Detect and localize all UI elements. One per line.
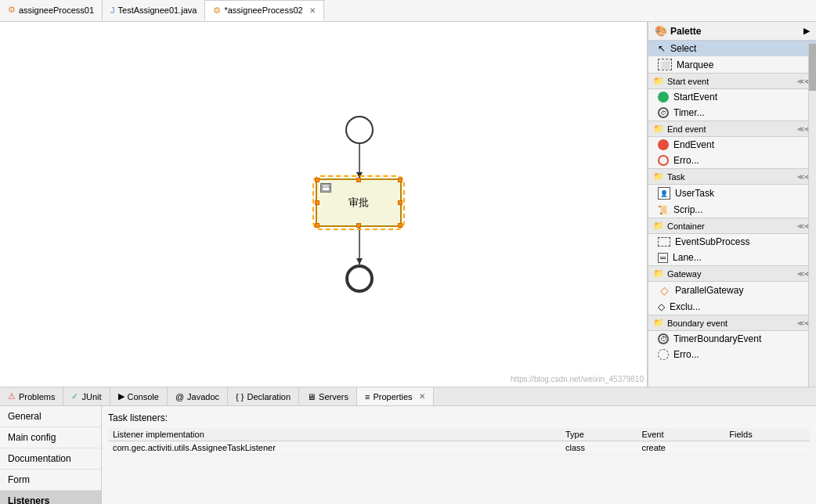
palette-expand-icon[interactable]: ▶ — [803, 26, 810, 36]
palette-category-boundary-event[interactable]: 📁 Boundary event ≪≪ — [648, 315, 816, 331]
timer-boundary-icon: ⏱ — [658, 333, 669, 344]
listeners-table: Listener implementation Type Event Field… — [108, 428, 810, 455]
bottom-tabs: ⚠ Problems ✓ JUnit ▶ Console @ Javadoc {… — [0, 387, 816, 406]
palette-category-start-event[interactable]: 📁 Start event ≪≪ — [648, 73, 816, 89]
tab-properties[interactable]: ≡ Properties ✕ — [357, 387, 434, 405]
palette-item-timer-boundary[interactable]: ⏱ TimerBoundaryEvent — [648, 331, 816, 347]
palette-content[interactable]: ↖ Select ⬜ Marquee 📁 Start event ≪≪ Star… — [648, 41, 816, 387]
properties-sidebar: General Main config Documentation Form L… — [0, 406, 102, 504]
exclusive-gateway-icon: ◇ — [658, 301, 665, 312]
process-icon: ⚙ — [213, 5, 221, 16]
error-boundary-icon — [658, 349, 669, 360]
resize-handle-bl[interactable] — [315, 223, 320, 228]
resize-handle-br[interactable] — [398, 223, 403, 228]
javadoc-icon: @ — [175, 392, 184, 401]
resize-handle-tr[interactable] — [398, 178, 403, 182]
resize-handle-bm[interactable] — [356, 223, 361, 228]
main-area: 审批 https://blog.csdn.net/weixin_45379810… — [0, 22, 816, 387]
script-task-icon: 📜 — [658, 205, 669, 215]
tab-label: assigneeProcess01 — [19, 5, 94, 15]
marquee-icon: ⬜ — [658, 59, 672, 70]
resize-handle-tl[interactable] — [315, 178, 320, 182]
junit-icon: ✓ — [71, 391, 78, 401]
resize-handle-ml[interactable] — [315, 200, 320, 205]
tab-close-button[interactable]: ✕ — [309, 6, 316, 15]
palette-item-error-boundary[interactable]: Erro... — [648, 347, 816, 362]
start-event-icon — [658, 92, 669, 103]
palette-item-script-task[interactable]: 📜 Scrip... — [648, 202, 816, 218]
end-event-shape[interactable] — [345, 265, 374, 293]
palette-item-excl-gateway[interactable]: ◇ Exclu... — [648, 299, 816, 315]
palette-item-user-task[interactable]: 👤 UserTask — [648, 185, 816, 202]
tab-console[interactable]: ▶ Console — [110, 387, 168, 405]
task-label: 审批 — [348, 196, 369, 210]
event-subprocess-icon — [658, 237, 670, 247]
palette-category-end-event[interactable]: 📁 End event ≪≪ — [648, 121, 816, 137]
palette-item-start-event[interactable]: StartEvent — [648, 89, 816, 105]
prop-item-form[interactable]: Form — [0, 470, 101, 491]
col-implementation: Listener implementation — [108, 428, 561, 441]
palette-category-gateway[interactable]: 📁 Gateway ≪≪ — [648, 265, 816, 282]
bottom-panel: ⚠ Problems ✓ JUnit ▶ Console @ Javadoc {… — [0, 387, 816, 504]
resize-handle-mr[interactable] — [398, 200, 403, 205]
palette-icon: 🎨 — [655, 25, 667, 37]
tab-declaration[interactable]: { } Declaration — [228, 387, 299, 405]
prop-item-main-config[interactable]: Main config — [0, 427, 101, 448]
declaration-icon: { } — [236, 392, 244, 401]
lane-icon: ═ — [658, 253, 668, 263]
tab-assigneeprocess01[interactable]: ⚙ assigneeProcess01 — [0, 0, 103, 21]
table-row[interactable]: com.gec.activiti.utils.AssigneeTaskListe… — [108, 441, 810, 455]
problems-icon: ⚠ — [8, 391, 16, 401]
palette-item-event-subprocess[interactable]: EventSubProcess — [648, 234, 816, 250]
resize-handle-tm[interactable] — [356, 178, 361, 182]
properties-tab-close[interactable]: ✕ — [419, 392, 425, 401]
palette-item-error-end[interactable]: Erro... — [648, 153, 816, 168]
start-event-shape[interactable] — [345, 116, 374, 144]
task-shape[interactable]: 审批 — [316, 178, 402, 227]
folder-icon: 📁 — [653, 318, 664, 328]
watermark: https://blog.csdn.net/weixin_45379810 — [511, 375, 644, 383]
bottom-content: General Main config Documentation Form L… — [0, 406, 816, 504]
palette-category-container[interactable]: 📁 Container ≪≪ — [648, 218, 816, 234]
palette-scrollbar[interactable] — [808, 44, 816, 387]
tab-servers[interactable]: 🖥 Servers — [299, 387, 357, 405]
folder-icon: 📁 — [653, 221, 664, 231]
palette-item-marquee[interactable]: ⬜ Marquee — [648, 56, 816, 73]
tab-problems[interactable]: ⚠ Problems — [0, 387, 63, 405]
palette-title: 🎨 Palette — [655, 25, 701, 37]
error-end-icon — [658, 155, 669, 166]
parallel-gateway-icon: ◇ — [658, 284, 670, 297]
tab-testassignee01[interactable]: J TestAssignee01.java — [103, 0, 205, 21]
properties-main: Task listeners: Listener implementation … — [102, 406, 816, 504]
process-icon: ⚙ — [8, 5, 16, 15]
svg-rect-4 — [322, 185, 330, 191]
tab-label: TestAssignee01.java — [118, 5, 197, 15]
canvas[interactable]: 审批 https://blog.csdn.net/weixin_45379810 — [0, 22, 648, 387]
col-event: Event — [637, 428, 724, 441]
tab-javadoc[interactable]: @ Javadoc — [168, 387, 228, 405]
palette-item-timer-start[interactable]: ⏱ Timer... — [648, 105, 816, 121]
palette-item-select[interactable]: ↖ Select — [648, 41, 816, 56]
col-fields: Fields — [724, 428, 810, 441]
palette-item-lane[interactable]: ═ Lane... — [648, 250, 816, 265]
prop-item-documentation[interactable]: Documentation — [0, 448, 101, 470]
palette-item-parallel-gateway[interactable]: ◇ ParallelGateway — [648, 282, 816, 299]
palette-panel: 🎨 Palette ▶ ↖ Select ⬜ Marquee 📁 Start e… — [648, 22, 816, 387]
cell-event: create — [637, 441, 724, 455]
tab-junit[interactable]: ✓ JUnit — [63, 387, 110, 405]
palette-category-task[interactable]: 📁 Task ≪≪ — [648, 168, 816, 185]
palette-scrollbar-thumb[interactable] — [809, 44, 816, 91]
servers-icon: 🖥 — [307, 392, 316, 401]
task-type-icon — [320, 183, 331, 193]
prop-item-listeners[interactable]: Listeners — [0, 491, 101, 504]
folder-icon: 📁 — [653, 124, 664, 134]
cell-fields — [724, 441, 810, 455]
tab-assigneeprocess02[interactable]: ⚙ *assigneeProcess02 ✕ — [205, 0, 323, 21]
palette-header: 🎨 Palette ▶ — [648, 22, 816, 41]
cell-implementation: com.gec.activiti.utils.AssigneeTaskListe… — [108, 441, 561, 455]
select-cursor-icon: ↖ — [658, 43, 666, 54]
prop-item-general[interactable]: General — [0, 406, 101, 427]
palette-item-end-event[interactable]: EndEvent — [648, 137, 816, 153]
end-event-icon — [658, 139, 669, 150]
user-task-icon: 👤 — [658, 187, 670, 200]
